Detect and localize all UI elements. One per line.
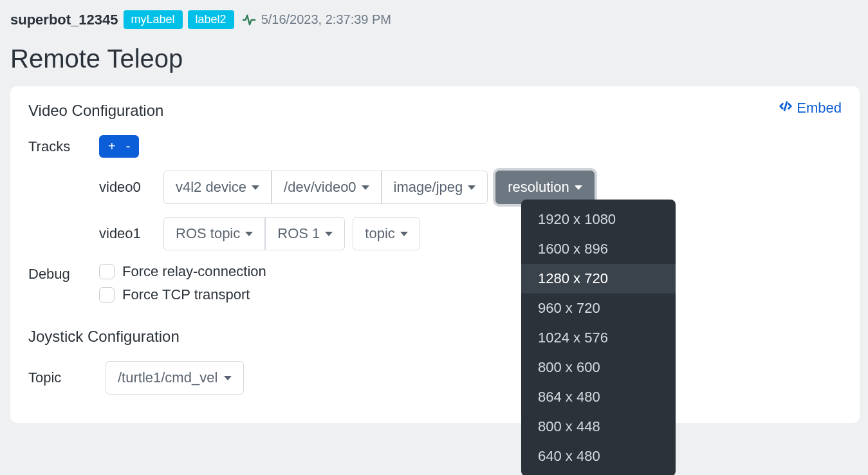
track-controls: + - [99,135,139,158]
track0-source-value: v4l2 device [176,179,246,196]
video-config-title: Video Configuration [28,102,842,120]
track-name-0: video0 [99,179,163,196]
resolution-dropdown-menu: 1920 x 10801600 x 8961280 x 720960 x 720… [521,200,676,475]
caret-down-icon [468,185,476,190]
label-badge-2[interactable]: label2 [188,10,234,29]
label-badge-1[interactable]: myLabel [124,10,183,29]
caret-down-icon [400,232,408,236]
track-row-0: video0 v4l2 device /dev/video0 image/jpe… [28,171,842,204]
debug-label: Debug [28,263,99,283]
track1-group: ROS topic ROS 1 [163,217,345,250]
track0-source-dropdown[interactable]: v4l2 device [163,171,272,204]
debug-row: Debug Force relay-connection Force TCP t… [28,263,842,310]
caret-down-icon [362,185,369,190]
resolution-option[interactable]: 1024 x 576 [521,323,676,353]
force-tcp-checkbox[interactable] [99,287,115,303]
caret-down-icon [252,185,259,190]
joystick-config-title: Joystick Configuration [28,328,842,346]
track0-device-value: /dev/video0 [284,179,356,196]
resolution-option[interactable]: 1280 x 720 [521,264,676,293]
track0-format-value: image/jpeg [394,179,463,196]
resolution-option[interactable]: 864 x 480 [521,382,676,412]
caret-down-icon [575,185,582,190]
joystick-topic-label: Topic [28,369,99,386]
resolution-option[interactable]: 800 x 448 [521,412,676,442]
tracks-row: Tracks + - [28,135,842,158]
caret-down-icon [325,232,333,236]
track1-source-value: ROS topic [176,225,240,242]
resolution-option[interactable]: 1920 x 1080 [521,205,676,234]
embed-link[interactable]: Embed [779,99,842,117]
config-card: Embed Video Configuration Tracks + - vid… [10,86,860,423]
debug-option-1: Force TCP transport [99,286,266,303]
track0-resolution-label: resolution [508,179,569,196]
heartbeat-icon [242,13,256,27]
track0-device-dropdown[interactable]: /dev/video0 [272,171,382,204]
add-track-button[interactable]: + [108,139,116,154]
embed-label: Embed [797,100,842,116]
track1-topic-dropdown[interactable]: topic [353,217,420,250]
force-tcp-label: Force TCP transport [122,286,250,303]
track-name-1: video1 [99,225,163,242]
resolution-option[interactable]: 960 x 720 [521,293,676,323]
track1-ros-dropdown[interactable]: ROS 1 [265,217,345,250]
resolution-option[interactable]: 640 x 480 [521,442,676,471]
track1-ros-value: ROS 1 [277,225,320,242]
debug-options: Force relay-connection Force TCP transpo… [99,263,266,310]
resolution-option[interactable]: 1600 x 896 [521,234,676,264]
resolution-option[interactable]: 800 x 600 [521,353,676,382]
svg-line-0 [784,102,787,111]
header: superbot_12345 myLabel label2 5/16/2023,… [10,10,858,29]
joystick-topic-row: Topic /turtle1/cmd_vel [28,361,842,395]
force-relay-checkbox[interactable] [99,264,115,279]
robot-name: superbot_12345 [10,12,118,28]
remove-track-button[interactable]: - [126,139,131,154]
track0-format-dropdown[interactable]: image/jpeg [382,171,488,204]
page-title: Remote Teleop [10,44,858,73]
caret-down-icon [245,232,253,236]
track1-topic-label: topic [365,225,394,242]
debug-option-0: Force relay-connection [99,263,266,280]
track-row-1: video1 ROS topic ROS 1 topic [28,217,842,250]
force-relay-label: Force relay-connection [122,263,266,280]
joystick-topic-value: /turtle1/cmd_vel [118,369,217,386]
embed-icon [779,99,793,117]
caret-down-icon [224,376,232,380]
track0-group: v4l2 device /dev/video0 image/jpeg [163,171,488,204]
track1-source-dropdown[interactable]: ROS topic [163,217,265,250]
timestamp: 5/16/2023, 2:37:39 PM [261,12,391,27]
joystick-topic-dropdown[interactable]: /turtle1/cmd_vel [106,361,244,395]
tracks-label: Tracks [28,138,99,155]
